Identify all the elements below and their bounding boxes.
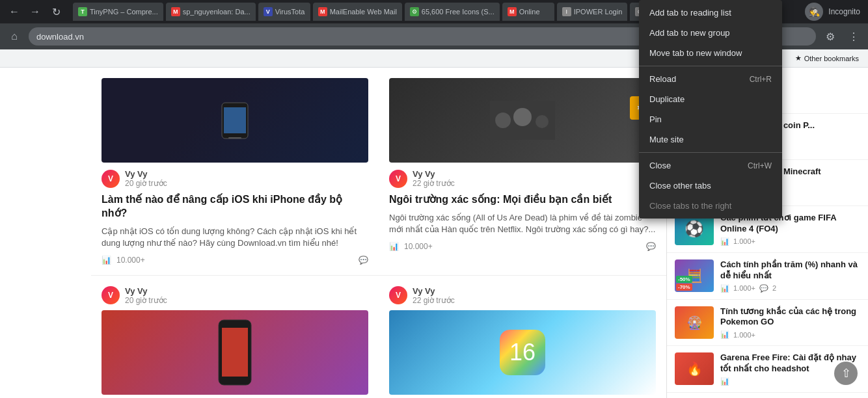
sidebar-views-calc: 1.000+: [733, 284, 755, 292]
reload-button[interactable]: ↻: [47, 3, 65, 21]
menu-shortcut-reload: Ctrl+R: [750, 75, 772, 84]
tab-sp[interactable]: M sp_nguyenloan: Da...: [166, 3, 256, 21]
menu-label-add-new-group: Add tab to new group: [649, 28, 730, 38]
menu-label-move-new-window: Move tab to new window: [649, 48, 742, 58]
menu-label-add-reading-list: Add tab to reading list: [649, 8, 731, 18]
menu-label-close-tabs-right: Close tabs to the right: [649, 201, 731, 211]
tab-virustotal[interactable]: V VirusTota: [258, 3, 310, 21]
author-info-iphone-red: Vy Vy 20 giờ trước: [125, 286, 167, 305]
badge-minus70: -70%: [676, 284, 692, 291]
article-card-ios16[interactable]: V Vy Vy 22 giờ trước 16: [379, 276, 666, 398]
sidebar-thumb-pokemon: 🎡: [675, 306, 714, 339]
other-bookmarks-label: Other bookmarks: [804, 55, 859, 62]
menu-item-move-new-window[interactable]: Move tab to new window: [639, 43, 782, 63]
tab-label-sp: sp_nguyenloan: Da...: [183, 8, 251, 16]
author-info-ios: Vy Vy 20 giờ trước: [125, 169, 167, 188]
tab-online[interactable]: M Online: [502, 3, 554, 21]
article-author-row-ios: V Vy Vy 20 giờ trước: [102, 169, 368, 188]
tab-tinypng[interactable]: T TinyPNG – Compre...: [73, 3, 163, 21]
author-avatar-zombie: V: [389, 170, 407, 188]
menu-item-duplicate[interactable]: Duplicate: [639, 89, 782, 109]
menu-button[interactable]: ⋮: [845, 27, 863, 46]
author-time-iphone-red: 20 giờ trước: [125, 296, 167, 305]
sidebar-content-pokemon: Tính tương khắc của các hệ trong Pokemon…: [720, 306, 860, 339]
tab-favicon-ipower: I: [562, 7, 571, 16]
article-desc-ios: Cập nhật iOS có tốn dung lượng không? Cá…: [102, 226, 368, 249]
article-author-row-iphone-red: V Vy Vy 20 giờ trước: [102, 286, 368, 305]
forward-button[interactable]: →: [26, 3, 44, 21]
author-avatar-ios: V: [102, 170, 120, 188]
scroll-to-top-button[interactable]: ⇧: [834, 362, 858, 385]
article-title-zombie: Ngôi trường xác sống: Mọi điều bạn cần b…: [389, 193, 656, 207]
article-meta-ios: 📊 10.000+ 💬: [102, 256, 368, 265]
home-button[interactable]: ⌂: [5, 27, 23, 46]
ios16-icon-bg: 16: [500, 330, 545, 375]
svg-rect-2: [228, 137, 241, 139]
comment-icon-zombie: 💬: [646, 242, 656, 251]
menu-item-mute-site[interactable]: Mute site: [639, 129, 782, 150]
author-info-zombie: Vy Vy 22 giờ trước: [413, 169, 455, 188]
article-title-ios: Làm thế nào để nâng cấp iOS khi iPhone đ…: [102, 193, 368, 220]
svg-rect-1: [224, 107, 246, 133]
article-card-ios-upgrade[interactable]: V Vy Vy 20 giờ trước Làm thế nào để nâng…: [91, 68, 379, 276]
comment-icon-ios: 💬: [359, 256, 368, 265]
context-menu: Add tab to reading list Add tab to new g…: [639, 0, 782, 219]
fifa-emoji: ⚽: [685, 220, 704, 238]
author-name-iphone-red: Vy Vy: [125, 286, 167, 296]
menu-label-reload: Reload: [649, 74, 676, 84]
menu-item-add-new-group[interactable]: Add tab to new group: [639, 23, 782, 43]
article-card-zombie[interactable]: V Vy Vy 22 giờ trước Ngôi trường xác sốn…: [379, 68, 666, 276]
menu-item-close-other-tabs[interactable]: Close other tabs: [639, 176, 782, 196]
menu-item-pin[interactable]: Pin: [639, 109, 782, 129]
menu-divider-2: [639, 152, 782, 153]
tab-label-icons: 65,600 Free Icons (S...: [422, 8, 495, 16]
sidebar-meta-calc: 📊 1.000+ 💬 2: [720, 284, 860, 293]
article-card-iphone-red[interactable]: V Vy Vy 20 giờ trước: [91, 276, 379, 398]
tab-label-vt: VirusTota: [275, 8, 305, 16]
zombie-image-svg: [490, 101, 555, 140]
author-avatar-ios16: V: [389, 286, 407, 304]
menu-label-mute-site: Mute site: [649, 135, 684, 144]
incognito-label: Incognito: [828, 7, 860, 16]
views-icon-zombie: 📊: [389, 242, 399, 251]
extension-button[interactable]: ⚙: [821, 27, 839, 46]
tab-ipower[interactable]: I IPOWER Login: [557, 3, 628, 21]
article-author-row-ios16: V Vy Vy 22 giờ trước: [389, 286, 656, 305]
tab-icons[interactable]: ⚙ 65,600 Free Icons (S...: [405, 3, 500, 21]
menu-label-duplicate: Duplicate: [649, 94, 685, 104]
sidebar-content-calc: Cách tính phần trăm (%) nhanh và dễ hiểu…: [720, 259, 860, 293]
tab-favicon-icons: ⚙: [410, 7, 419, 16]
ios16-number: 16: [509, 339, 536, 366]
tab-favicon-vt: V: [264, 7, 273, 16]
svg-point-4: [495, 113, 511, 128]
menu-item-reload[interactable]: Reload Ctrl+R: [639, 69, 782, 89]
article-views-ios: 10.000+: [116, 256, 145, 265]
menu-item-add-reading-list[interactable]: Add tab to reading list: [639, 3, 782, 23]
badge-minus50: -50%: [676, 276, 692, 283]
author-info-ios16: Vy Vy 22 giờ trước: [413, 286, 455, 305]
article-image-zombie: [389, 78, 656, 163]
tab-label-ipower: IPOWER Login: [574, 8, 623, 16]
author-time-zombie: 22 giờ trước: [413, 179, 455, 188]
author-name-ios16: Vy Vy: [413, 286, 455, 296]
sidebar-item-calc[interactable]: 🧮 -70% -50% Cách tính phần trăm (%) nhan…: [667, 253, 868, 300]
sidebar-meta-pokemon: 📊 1.000+: [720, 330, 860, 339]
other-bookmarks-item[interactable]: ★ Other bookmarks: [791, 53, 863, 64]
tab-favicon-online: M: [508, 7, 517, 16]
bookmark-star-icon: ★: [795, 54, 802, 62]
menu-item-close-tabs-right: Close tabs to the right: [639, 196, 782, 216]
tab-favicon-tinypng: T: [78, 7, 87, 16]
views-icon-fifa: 📊: [720, 237, 729, 246]
svg-rect-8: [222, 328, 248, 377]
menu-label-pin: Pin: [649, 114, 662, 124]
article-views-zombie: 10.000+: [404, 242, 433, 251]
menu-item-close[interactable]: Close Ctrl+W: [639, 155, 782, 176]
tab-mailenablew[interactable]: M MailEnable Web Mail: [313, 3, 402, 21]
incognito-area: 🕵 Incognito: [797, 0, 868, 23]
sidebar-item-pokemon[interactable]: 🎡 Tính tương khắc của các hệ trong Pokem…: [667, 300, 868, 347]
back-button[interactable]: ←: [5, 3, 23, 21]
tab-label-tinypng: TinyPNG – Compre...: [90, 8, 158, 16]
article-image-iphone-red: [102, 310, 368, 395]
iphone-red-svg: [215, 313, 254, 391]
sidebar-meta-fifa: 📊 1.000+: [720, 237, 860, 246]
